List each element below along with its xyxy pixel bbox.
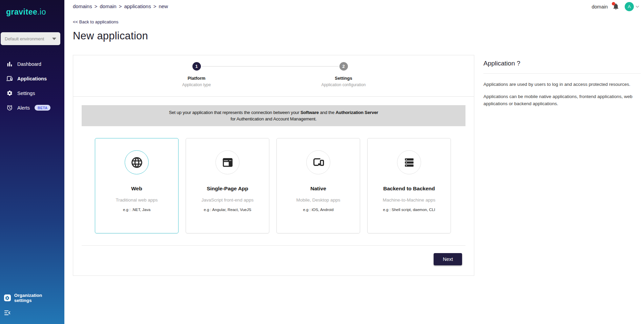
- stepper: 1 Platform Application type 2 Settings A…: [73, 55, 474, 97]
- app-type-card-web[interactable]: Web Traditional web apps e.g : .NET, Jav…: [95, 138, 179, 233]
- app-type-name: Native: [277, 186, 360, 192]
- browser-window-icon: [215, 150, 240, 174]
- sidebar-item-organization-settings[interactable]: Organization settings: [0, 289, 64, 306]
- step-subtitle: Application type: [156, 82, 237, 87]
- logo-text: gravitee: [6, 7, 37, 16]
- sidebar-item-alerts[interactable]: Alerts BETA: [0, 100, 64, 115]
- info-banner-line1: Set up your application that represents …: [169, 109, 378, 116]
- logo-suffix: .io: [37, 7, 46, 16]
- breadcrumb-separator: >: [95, 3, 98, 9]
- step-number-badge: 1: [192, 62, 201, 71]
- notification-dot: [612, 2, 615, 5]
- breadcrumb-item-domain[interactable]: domain: [100, 3, 116, 9]
- collapse-sidebar-button[interactable]: [0, 306, 15, 319]
- help-panel-title: Application ?: [483, 60, 641, 67]
- divider: [483, 73, 641, 74]
- topbar: domains>domain>applications>new domain A: [73, 0, 644, 9]
- environment-selector-value: Default environment: [5, 36, 44, 41]
- app-type-card-native[interactable]: Native Mobile, Desktop apps e.g : iOS, A…: [276, 138, 360, 233]
- page-title: New application: [73, 30, 644, 42]
- content-row: 1 Platform Application type 2 Settings A…: [73, 55, 644, 276]
- globe-icon: [125, 150, 149, 174]
- info-bold-authorization-server: Authorization Server: [336, 110, 378, 115]
- sidebar-item-label: Dashboard: [17, 61, 41, 67]
- app-type-cards: Web Traditional web apps e.g : .NET, Jav…: [95, 138, 452, 233]
- help-paragraph: Applications can be mobile native applic…: [483, 93, 641, 107]
- step-title: Settings: [303, 76, 384, 81]
- beta-badge: BETA: [35, 105, 50, 111]
- sidebar-footer: Organization settings: [0, 289, 64, 324]
- back-to-applications-link[interactable]: << Back to applications: [73, 19, 118, 24]
- breadcrumb-item-domains[interactable]: domains: [73, 3, 92, 9]
- step-number-badge: 2: [339, 62, 348, 71]
- wizard-actions: Next: [73, 246, 474, 275]
- app-type-description: Traditional web apps: [95, 197, 178, 203]
- sidebar-item-label: Applications: [17, 76, 47, 81]
- devices-icon: [306, 150, 330, 174]
- main-content: domains>domain>applications>new domain A…: [64, 0, 644, 324]
- sidebar-item-dashboard[interactable]: Dashboard: [0, 57, 64, 71]
- info-banner-line2: for Authentication and Account Managemen…: [230, 116, 316, 122]
- alarm-clock-icon: [6, 104, 13, 111]
- step-subtitle: Application configuration: [303, 82, 384, 87]
- collapse-icon: [4, 310, 11, 316]
- sidebar-item-label: Settings: [17, 91, 35, 96]
- app-type-card-single-page-app[interactable]: Single-Page App JavaScript front-end app…: [186, 138, 269, 233]
- app-type-name: Web: [95, 186, 178, 192]
- step-platform: 1 Platform Application type: [156, 62, 237, 87]
- info-text: Set up your application that represents …: [169, 110, 300, 115]
- app-type-card-backend-to-backend[interactable]: Backend to Backend Machine-to-Machine ap…: [367, 138, 451, 233]
- sidebar-nav: Dashboard Applications Settings Alerts B…: [0, 57, 64, 115]
- breadcrumb-separator: >: [119, 3, 122, 9]
- breadcrumb: domains>domain>applications>new: [73, 3, 168, 9]
- topbar-right: domain A: [591, 2, 639, 11]
- notifications-button[interactable]: [612, 3, 620, 11]
- environment-selector[interactable]: Default environment: [1, 32, 60, 45]
- bar-chart-icon: [6, 60, 13, 68]
- help-paragraph: Applications are used by users to log in…: [483, 81, 641, 88]
- org-settings-label: Organization settings: [14, 293, 60, 303]
- breadcrumb-item-new[interactable]: new: [159, 3, 168, 9]
- sidebar-item-settings[interactable]: Settings: [0, 86, 64, 100]
- chevron-down-icon: [636, 5, 639, 8]
- step-settings: 2 Settings Application configuration: [303, 62, 384, 87]
- info-banner: Set up your application that represents …: [82, 105, 465, 126]
- domain-label: domain: [591, 4, 608, 9]
- app-type-examples: e.g : iOS, Android: [277, 208, 360, 212]
- org-settings-gear-icon: [4, 294, 11, 301]
- help-panel: Application ? Applications are used by u…: [483, 55, 644, 276]
- laptop-icon: [6, 75, 13, 82]
- app-type-examples: e.g : Shell script, daemon, CLI: [368, 208, 451, 212]
- app-type-name: Single-Page App: [186, 186, 269, 192]
- server-stack-icon: [397, 150, 421, 174]
- info-text: and the: [319, 110, 336, 115]
- sidebar-item-label: Alerts: [17, 105, 30, 111]
- next-button[interactable]: Next: [434, 253, 462, 265]
- app-type-description: Machine-to-Machine apps: [368, 197, 451, 203]
- wizard-card: 1 Platform Application type 2 Settings A…: [73, 55, 474, 276]
- breadcrumb-item-applications[interactable]: applications: [124, 3, 151, 9]
- app-type-examples: e.g : .NET, Java: [95, 208, 178, 212]
- avatar: A: [625, 2, 634, 11]
- info-bold-software: Software: [300, 110, 319, 115]
- sidebar: gravitee.io Default environment Dashboar…: [0, 0, 64, 324]
- chevron-down-icon: [52, 38, 56, 40]
- app-type-name: Backend to Backend: [368, 186, 451, 192]
- breadcrumb-separator: >: [153, 3, 157, 9]
- step-title: Platform: [156, 76, 237, 81]
- app-type-examples: e.g : Angular, React, VueJS: [186, 208, 269, 212]
- sidebar-item-applications[interactable]: Applications: [0, 71, 64, 86]
- user-menu[interactable]: A: [625, 2, 639, 11]
- gravitee-logo[interactable]: gravitee.io: [0, 0, 64, 20]
- gear-icon: [6, 90, 13, 97]
- app-type-description: JavaScript front-end apps: [186, 197, 269, 203]
- app-type-description: Mobile, Desktop apps: [277, 197, 360, 203]
